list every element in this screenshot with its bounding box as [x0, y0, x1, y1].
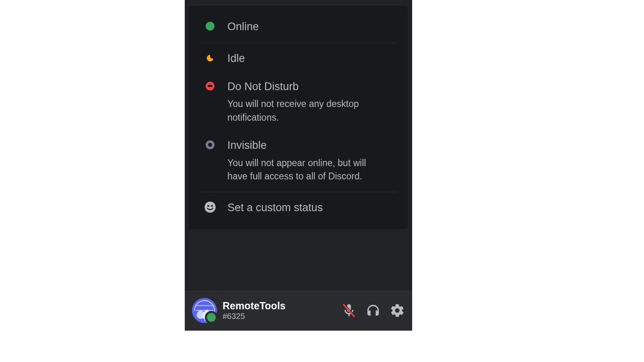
- online-status-icon: [206, 22, 215, 31]
- status-option-idle[interactable]: Idle: [189, 45, 408, 73]
- status-label: Idle: [227, 52, 396, 66]
- status-description: You will not receive any desktop notific…: [227, 97, 396, 124]
- user-info[interactable]: RemoteTools #6325: [223, 300, 286, 321]
- invisible-status-icon: [206, 140, 215, 149]
- status-option-dnd[interactable]: Do Not Disturb You will not receive any …: [189, 73, 408, 132]
- user-footer: RemoteTools #6325: [185, 290, 412, 331]
- status-label: Do Not Disturb: [227, 80, 396, 94]
- smiley-icon: [204, 201, 216, 213]
- status-description: You will not appear online, but will hav…: [227, 156, 396, 183]
- menu-divider: [199, 43, 397, 43]
- status-panel: Online Idle Do Not Disturb You will not …: [185, 0, 412, 331]
- status-option-online[interactable]: Online: [189, 13, 408, 41]
- svg-point-6: [199, 310, 202, 313]
- discriminator: #6325: [223, 312, 286, 321]
- idle-moon-icon: [206, 53, 215, 62]
- status-label: Invisible: [227, 139, 396, 152]
- presence-indicator-icon: [205, 311, 218, 324]
- custom-status-label: Set a custom status: [227, 201, 396, 215]
- svg-point-1: [207, 205, 209, 207]
- username: RemoteTools: [223, 300, 286, 312]
- settings-button[interactable]: [390, 303, 405, 318]
- menu-divider: [199, 192, 397, 192]
- dnd-status-icon: [206, 82, 215, 90]
- status-option-invisible[interactable]: Invisible You will not appear online, bu…: [189, 132, 408, 190]
- svg-point-0: [204, 202, 216, 213]
- avatar[interactable]: [192, 298, 217, 323]
- svg-point-2: [211, 205, 213, 207]
- mute-mic-button[interactable]: [341, 303, 357, 318]
- status-menu: Online Idle Do Not Disturb You will not …: [189, 6, 408, 229]
- set-custom-status[interactable]: Set a custom status: [189, 194, 408, 222]
- deafen-button[interactable]: [365, 303, 381, 318]
- status-label: Online: [227, 20, 396, 34]
